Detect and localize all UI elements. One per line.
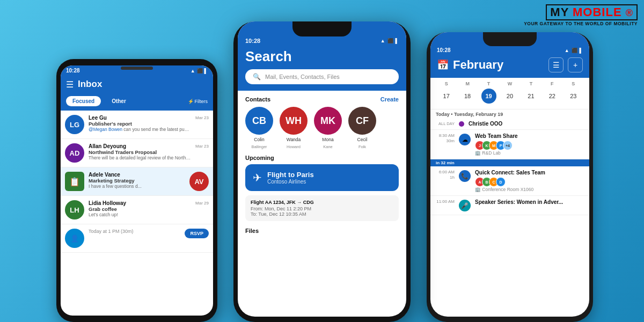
search-placeholder: Mail, Events, Contacts, Files <box>265 74 340 80</box>
event-icon: ☁ <box>459 134 471 145</box>
event-time: 6:00 AM 1h <box>436 170 455 181</box>
email-subject: Grab coffee <box>89 206 191 212</box>
attendees-more: +4 <box>503 141 513 150</box>
filter-icon[interactable]: ⚡ Filters <box>188 99 208 104</box>
cal-date-19-today[interactable]: 19 <box>481 89 496 104</box>
phones-container: 10:28 ▲ ⬛ ▌ ☰ Inbox Focused Other <box>40 16 604 322</box>
flight-list-main: Flight AA 1234, JFK → CDG <box>251 200 393 205</box>
tab-focused[interactable]: Focused <box>66 96 101 106</box>
meeting-invite[interactable]: 👤 Today at 1 PM (30m) RSVP <box>61 224 213 253</box>
wifi-icon: ⬛ <box>387 38 393 43</box>
cal-date-22[interactable]: 22 <box>545 89 560 104</box>
contact-org: Ballinger <box>251 144 267 149</box>
event-location: 🏢 Conference Room X1060 <box>475 187 584 192</box>
battery-icon: ▌ <box>204 68 208 74</box>
event-time: 11:00 AM <box>436 199 455 204</box>
cal-date-20[interactable]: 20 <box>502 89 517 104</box>
phone-notch <box>483 32 537 46</box>
upcoming-label: Upcoming <box>245 155 399 161</box>
contact-item[interactable]: MK Mona Kane <box>314 107 342 149</box>
calendar-event-quickconnect[interactable]: 6:00 AM 1h 📞 Quick Connect: Sales Team A… <box>430 166 589 196</box>
email-subject: Marketing Strategy <box>89 178 185 184</box>
contact-org: Folk <box>358 144 366 149</box>
left-status-icons: ▲ ⬛ ▌ <box>191 68 208 74</box>
flight-list-item[interactable]: Flight AA 1234, JFK → CDG From: Mon, Dec… <box>245 195 399 221</box>
email-item[interactable]: AD Allan Deyoung Northwind Traders Propo… <box>61 139 213 167</box>
email-date: Mar 29 <box>195 201 209 206</box>
calendar-event-speaker[interactable]: 11:00 AM 🎤 Speaker Series: Women in Adve… <box>430 196 589 215</box>
phone-notch <box>292 21 352 36</box>
email-icon-green: 📋 <box>65 172 84 191</box>
email-preview: There will be a detailed legal review of… <box>89 155 191 160</box>
calendar-grid: S M T W T F S 17 18 19 20 21 22 <box>430 78 589 109</box>
email-preview: Let's catch up! <box>89 212 191 217</box>
contact-item[interactable]: CB Colin Ballinger <box>245 107 273 149</box>
brand-logo: MY MOBILE ® YOUR GATEWAY TO THE WORLD OF… <box>524 4 638 26</box>
create-link[interactable]: Create <box>380 96 399 103</box>
phone-right: 10:28 ▲ ⬛ ▌ 📅 February ☰ + <box>427 32 593 322</box>
in32-banner: in 32 min <box>430 159 589 166</box>
left-tabs: Focused Other ⚡ Filters <box>61 94 213 111</box>
wifi-icon: ⬛ <box>197 68 203 74</box>
event-content: Quick Connect: Sales Team A B C D 🏢 Conf… <box>475 170 584 192</box>
email-item-highlighted[interactable]: 📋 Adele Vance Marketing Strategy I have … <box>61 167 213 196</box>
right-status-icons: ▲ ⬛ ▌ <box>565 48 583 53</box>
email-item[interactable]: LG Lee Gu Publisher's report @Megan Bowe… <box>61 111 213 139</box>
contact-item[interactable]: WH Wanda Howard <box>280 107 308 149</box>
allday-event[interactable]: ALL DAY Christie OOO <box>430 118 589 130</box>
cal-date-23[interactable]: 23 <box>566 89 581 104</box>
tab-other[interactable]: Other <box>105 96 133 106</box>
contact-avatar: CF <box>348 107 376 135</box>
email-preview: I have a few questions d... <box>89 184 185 189</box>
brand-subtitle: YOUR GATEWAY TO THE WORLD OF MOBILITY <box>524 21 638 26</box>
email-subject: Publisher's report <box>89 121 191 127</box>
phone-left: 10:28 ▲ ⬛ ▌ ☰ Inbox Focused Other <box>56 59 217 322</box>
inbox-title: Inbox <box>78 79 208 90</box>
flight-list-sub1: From: Mon, Dec 11 2:20 PM <box>251 206 393 211</box>
flight-info: Flight to Paris Contoso Airlines <box>267 171 314 185</box>
email-date: Mar 23 <box>195 144 209 149</box>
event-icon: 📞 <box>459 170 471 182</box>
contacts-label: Contacts <box>245 96 270 103</box>
files-label: Files <box>238 223 406 236</box>
cal-date-18[interactable]: 18 <box>460 89 475 104</box>
center-header: Search 🔍 Mail, Events, Contacts, Files <box>238 46 406 91</box>
signal-icon: ▲ <box>191 68 195 74</box>
contact-name: Colin <box>254 137 264 142</box>
month-title: February <box>453 58 544 72</box>
contact-avatar: CB <box>245 107 273 135</box>
attendee-avatar: D <box>496 177 506 187</box>
calendar-event-webteam[interactable]: 8:30 AM 30m ☁ Web Team Share J K M P +4 <box>430 130 589 159</box>
allday-title: Christie OOO <box>469 121 502 127</box>
avatar: AV <box>189 172 209 191</box>
left-header: ☰ Inbox <box>61 76 213 94</box>
allday-label: ALL DAY <box>436 121 455 126</box>
event-icon: 🎤 <box>459 200 471 211</box>
event-content: Speaker Series: Women in Adver... <box>475 199 584 205</box>
search-icon: 🔍 <box>253 73 261 80</box>
search-bar[interactable]: 🔍 Mail, Events, Contacts, Files <box>245 69 399 84</box>
email-preview: @Megan Bowen can you send me the latest … <box>89 127 191 132</box>
upcoming-section: Upcoming ✈ Flight to Paris Contoso Airli… <box>238 152 406 223</box>
menu-icon[interactable]: ☰ <box>66 79 74 90</box>
battery-icon: ▌ <box>580 48 583 53</box>
contact-item[interactable]: CF Cecil Folk <box>348 107 376 149</box>
event-content: Web Team Share J K M P +4 🏢 R&D Lab <box>475 133 584 156</box>
calendar-week: 17 18 19 20 21 22 23 <box>436 89 584 104</box>
email-sender: Lee Gu <box>89 115 191 121</box>
phone-center: 10:28 ▲ ⬛ ▌ Search 🔍 Mail, Events, Conta… <box>233 21 411 322</box>
wifi-icon: ⬛ <box>572 48 577 53</box>
cal-date-21[interactable]: 21 <box>523 89 538 104</box>
rsvp-button[interactable]: RSVP <box>185 229 209 238</box>
contact-org: Howard <box>287 144 301 149</box>
cal-date-17[interactable]: 17 <box>439 89 454 104</box>
center-time: 10:28 <box>245 38 260 44</box>
flight-card[interactable]: ✈ Flight to Paris Contoso Airlines <box>245 164 399 191</box>
contact-name: Cecil <box>357 137 368 142</box>
email-item[interactable]: LH Lidia Holloway Grab coffee Let's catc… <box>61 196 213 224</box>
add-event-button[interactable]: + <box>568 57 583 72</box>
email-content: Lidia Holloway Grab coffee Let's catch u… <box>89 200 191 217</box>
list-view-button[interactable]: ☰ <box>548 57 564 72</box>
email-sender: Adele Vance <box>89 172 185 178</box>
days-header: S M T W T F S <box>436 81 584 86</box>
